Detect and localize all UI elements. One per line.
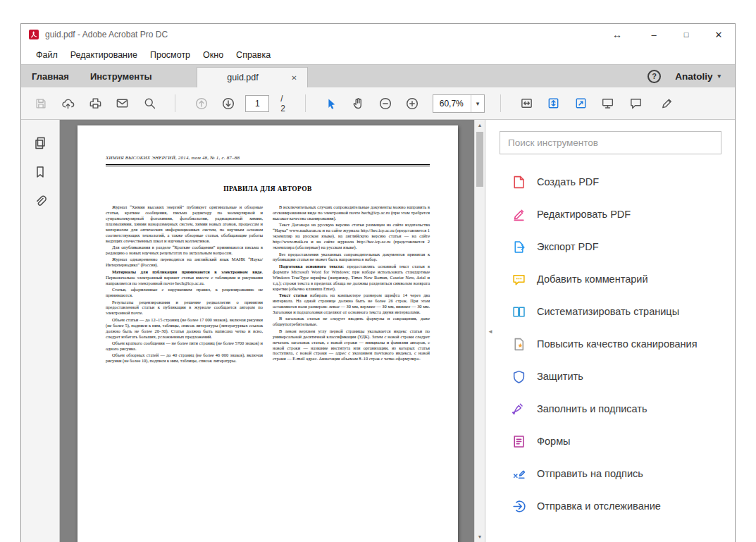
zoom-out-button[interactable] — [376, 93, 395, 114]
zoom-level-select[interactable]: 60,7% ▾ — [433, 94, 485, 113]
document-scrollbar[interactable]: ▲ ▼ — [474, 120, 485, 542]
resize-horizontal-icon[interactable]: ↔ — [607, 24, 628, 45]
navigation-rail — [21, 120, 60, 542]
hand-tool-button[interactable] — [348, 93, 368, 114]
paragraph: Статьи, оформленные с нарушением правил,… — [106, 287, 263, 298]
tool-export-pdf[interactable]: Экспорт PDF — [485, 230, 735, 263]
comment-button[interactable] — [625, 93, 646, 114]
user-menu[interactable]: Anatoliy ▾ — [675, 71, 721, 82]
maximize-button[interactable]: □ — [670, 24, 702, 45]
tab-tools[interactable]: Инструменты — [80, 71, 163, 82]
send-for-signature-icon — [511, 466, 526, 481]
page-thumbnails-button[interactable] — [31, 134, 49, 152]
tab-close-icon[interactable]: ✕ — [291, 74, 297, 82]
titlebar: guid.pdf - Adobe Acrobat Pro DC ↔ – □ ✕ — [21, 24, 735, 45]
pdf-page: ХИМИЯ ВЫСОКИХ ЭНЕРГИЙ, 2014, том 48, № 1… — [78, 125, 458, 542]
tab-home[interactable]: Главная — [21, 71, 80, 82]
acrobat-window: guid.pdf - Adobe Acrobat Pro DC ↔ – □ ✕ … — [20, 23, 736, 542]
save-button[interactable] — [31, 93, 51, 114]
fullscreen-button[interactable] — [571, 93, 590, 114]
tool-protect[interactable]: Защитить — [485, 360, 735, 393]
menu-window[interactable]: Окно — [197, 50, 230, 60]
document-tab[interactable]: guid.pdf ✕ — [197, 67, 308, 87]
document-view[interactable]: ХИМИЯ ВЫСОКИХ ЭНЕРГИЙ, 2014, том 48, № 1… — [60, 120, 485, 542]
main-area: ХИМИЯ ВЫСОКИХ ЭНЕРГИЙ, 2014, том 48, № 1… — [21, 120, 735, 542]
menu-file[interactable]: Файл — [30, 50, 64, 60]
window-controls: ↔ – □ ✕ — [607, 24, 735, 45]
tool-send-and-track[interactable]: Отправка и отслеживание — [485, 490, 735, 522]
cloud-upload-button[interactable] — [58, 93, 78, 114]
enhance-scans-icon — [511, 336, 526, 352]
tool-enhance-scans[interactable]: Повысить качество сканирования — [485, 328, 735, 360]
paragraph: Журнал “Химия высоких энергий” публикует… — [106, 204, 263, 244]
add-comment-icon — [511, 271, 526, 287]
tool-fill-sign[interactable]: Заполнить и подписать — [485, 393, 735, 425]
paragraph: Объем краткого сообщения — не более пяти… — [106, 340, 263, 352]
fill-sign-icon — [511, 401, 526, 417]
window-title: guid.pdf - Adobe Acrobat Pro DC — [45, 30, 168, 39]
menu-view[interactable]: Просмотр — [144, 50, 197, 60]
paragraph: Текст статьи набирать на компьютере разм… — [273, 292, 430, 315]
next-page-button[interactable] — [218, 93, 238, 114]
fit-width-button[interactable] — [516, 93, 536, 114]
previous-page-button[interactable] — [191, 93, 211, 114]
paragraph: Материалы для публикации принимаются в э… — [106, 269, 263, 286]
text-column-right: В исключительных случаях сопроводительны… — [273, 204, 430, 365]
forms-icon — [511, 433, 526, 449]
double-rule — [106, 164, 430, 166]
chevron-down-icon: ▾ — [471, 100, 485, 107]
help-button[interactable]: ? — [647, 70, 661, 83]
paragraph: Журнал одновременно переводится на англи… — [106, 257, 263, 268]
text-columns: Журнал “Химия высоких энергий” публикует… — [106, 204, 430, 365]
sign-button[interactable] — [656, 93, 677, 114]
paragraph: В заголовок статьи не следует вводить фо… — [273, 316, 430, 327]
paragraph: В исключительных случаях сопроводительны… — [273, 204, 430, 221]
fit-window-button[interactable] — [544, 93, 564, 114]
page-number-input[interactable] — [245, 95, 269, 112]
paragraph: Объем статьи — до 12–15 страниц (не боле… — [106, 317, 263, 340]
export-pdf-icon — [511, 239, 526, 254]
scroll-up-icon[interactable]: ▲ — [475, 120, 485, 130]
presentation-mode-button[interactable] — [598, 93, 618, 114]
attachments-button[interactable] — [31, 192, 49, 210]
toolbar-right-group — [625, 93, 677, 114]
paragraph: Результаты рецензирования и решение редк… — [106, 300, 263, 316]
running-head: ХИМИЯ ВЫСОКИХ ЭНЕРГИЙ, 2014, том 48, № 1… — [106, 155, 430, 161]
email-button[interactable] — [112, 93, 132, 114]
menu-help[interactable]: Справка — [230, 50, 277, 60]
tool-send-for-signature[interactable]: Отправить на подпись — [485, 457, 735, 490]
scrollbar-thumb[interactable] — [476, 132, 483, 187]
tool-organize-pages[interactable]: Систематизировать страницы — [485, 295, 735, 328]
zoom-in-button[interactable] — [402, 93, 422, 114]
tool-add-comment[interactable]: Добавить комментарий — [485, 263, 735, 295]
tool-forms[interactable]: Формы — [485, 425, 735, 457]
tools-search-input[interactable] — [500, 131, 721, 154]
paragraph: Текст Договора на русскую версию статьи … — [273, 222, 430, 250]
menu-edit[interactable]: Редактирование — [64, 50, 144, 60]
tool-edit-pdf[interactable]: Редактировать PDF — [485, 198, 735, 230]
zoom-level-value: 60,7% — [433, 99, 471, 109]
minimize-button[interactable]: – — [638, 24, 670, 45]
search-button[interactable] — [140, 93, 159, 114]
paragraph: Без предоставления указанных сопроводите… — [273, 252, 430, 263]
scroll-down-icon[interactable]: ▼ — [475, 531, 485, 542]
tools-panel: ◄ Создать PDF Редактировать PDF Экспорт … — [485, 120, 735, 542]
paragraph: В левом верхнем углу первой страницы ука… — [273, 328, 430, 362]
edit-pdf-icon — [511, 207, 526, 222]
acrobat-app-icon — [28, 29, 39, 40]
close-button[interactable]: ✕ — [702, 24, 735, 45]
menubar: Файл Редактирование Просмотр Окно Справк… — [21, 45, 735, 64]
panel-collapse-icon[interactable]: ◄ — [486, 324, 495, 338]
paragraph: Подготовка основного текста: предоставля… — [273, 264, 430, 292]
print-button[interactable] — [85, 93, 105, 114]
text-column-left: Журнал “Химия высоких энергий” публикует… — [106, 204, 263, 365]
create-pdf-icon — [511, 174, 526, 190]
toolbar-separator — [500, 94, 501, 112]
page-count-label: / 2 — [280, 94, 290, 113]
tabbar-right: ? Anatoliy ▾ — [647, 70, 735, 83]
protect-icon — [511, 369, 526, 384]
tool-create-pdf[interactable]: Создать PDF — [485, 166, 735, 198]
bookmarks-button[interactable] — [31, 163, 49, 181]
select-tool-button[interactable] — [321, 93, 341, 114]
paragraph: Для опубликования в разделе “Краткие соо… — [106, 245, 263, 256]
